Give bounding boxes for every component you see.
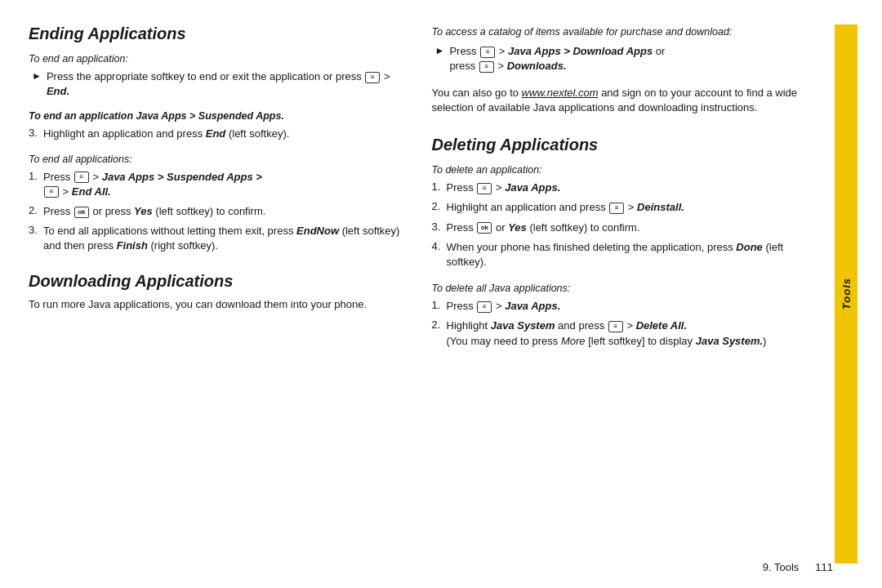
footer-page: 111 bbox=[815, 561, 833, 573]
bullet-download-text: Press ≡ > Java Apps > Download Apps or p… bbox=[449, 44, 810, 74]
list-num: 3. bbox=[29, 127, 43, 139]
list-item: 2. Highlight Java System and press ≡ > D… bbox=[432, 318, 811, 348]
ok-icon-1: ok bbox=[74, 207, 89, 218]
menu-icon-1: ≡ bbox=[365, 72, 380, 83]
nextel-url: www.nextel.com bbox=[522, 87, 599, 99]
menu-icon-5: ≡ bbox=[479, 61, 494, 73]
bullet-arrow-icon: ► bbox=[32, 70, 42, 82]
nextel-para: You can also go to www.nextel.com and si… bbox=[432, 86, 811, 117]
list-num: 2. bbox=[432, 200, 447, 212]
list-text: Press ≡ > Java Apps. bbox=[447, 299, 811, 314]
list-num: 1. bbox=[29, 170, 43, 182]
list-item: 3. Press ok or Yes (left softkey) to con… bbox=[432, 220, 811, 235]
list-text: When your phone has finished deleting th… bbox=[447, 240, 811, 270]
list-item: 3. To end all applications without letti… bbox=[29, 224, 408, 253]
menu-icon-8: ≡ bbox=[477, 301, 492, 313]
bullet-download: ► Press ≡ > Java Apps > Download Apps or… bbox=[432, 44, 811, 74]
list-num: 3. bbox=[432, 220, 447, 233]
list-num: 4. bbox=[432, 240, 447, 252]
list-item: 1. Press ≡ > Java Apps. bbox=[432, 299, 811, 314]
menu-icon-6: ≡ bbox=[477, 183, 492, 194]
menu-icon-7: ≡ bbox=[609, 203, 624, 214]
menu-icon-2: ≡ bbox=[74, 172, 89, 183]
end-app-list: 3. Highlight an application and press En… bbox=[29, 127, 408, 146]
left-column: Ending Applications To end an applicatio… bbox=[29, 24, 408, 564]
tools-side-tab: Tools bbox=[835, 24, 858, 564]
list-num: 3. bbox=[29, 224, 43, 236]
list-num: 2. bbox=[432, 318, 447, 331]
menu-icon-4: ≡ bbox=[480, 47, 495, 58]
footer-chapter: 9. Tools bbox=[763, 561, 800, 573]
list-text: Press ok or press Yes (left softkey) to … bbox=[43, 204, 408, 219]
list-item: 4. When your phone has finished deleting… bbox=[432, 240, 811, 270]
list-item: 2. Press ok or press Yes (left softkey) … bbox=[29, 204, 408, 219]
subheading-end-all: To end all applications: bbox=[29, 154, 408, 165]
deleting-applications-title: Deleting Applications bbox=[432, 136, 811, 154]
list-text: Press ok or Yes (left softkey) to confir… bbox=[447, 220, 811, 235]
ending-applications-title: Ending Applications bbox=[29, 24, 408, 43]
end-all-list: 1. Press ≡ > Java Apps > Suspended Apps … bbox=[29, 170, 408, 259]
downloading-applications-title: Downloading Applications bbox=[29, 272, 408, 291]
access-catalog-heading: To access a catalog of items available f… bbox=[432, 24, 811, 39]
list-text: Highlight an application and press ≡ > D… bbox=[447, 200, 811, 215]
side-tab-label: Tools bbox=[840, 278, 853, 310]
list-num: 2. bbox=[29, 204, 43, 216]
menu-icon-3: ≡ bbox=[44, 186, 59, 198]
right-column: To access a catalog of items available f… bbox=[432, 24, 811, 564]
bullet-arrow-icon-2: ► bbox=[435, 45, 445, 56]
ok-icon-2: ok bbox=[477, 222, 492, 234]
delete-all-java-list: 1. Press ≡ > Java Apps. 2. Highlight Jav… bbox=[432, 299, 811, 354]
delete-app-list: 1. Press ≡ > Java Apps. 2. Highlight an … bbox=[432, 180, 811, 274]
list-text: Press ≡ > Java Apps > Suspended Apps > ≡… bbox=[43, 170, 408, 199]
list-item: 3. Highlight an application and press En… bbox=[29, 127, 408, 141]
list-text: To end all applications without letting … bbox=[43, 224, 408, 253]
list-item: 2. Highlight an application and press ≡ … bbox=[432, 200, 811, 215]
subheading-java-suspended: To end an application Java Apps > Suspen… bbox=[29, 110, 408, 122]
subheading-delete-all-java: To delete all Java applications: bbox=[432, 283, 811, 294]
list-num: 1. bbox=[432, 299, 447, 311]
page-footer: 9. Tools 111 bbox=[763, 561, 833, 573]
list-text: Press ≡ > Java Apps. bbox=[447, 180, 811, 195]
bullet-end-softkey-text: Press the appropriate softkey to end or … bbox=[47, 69, 408, 99]
list-item: 1. Press ≡ > Java Apps > Suspended Apps … bbox=[29, 170, 408, 199]
subheading-delete-app: To delete an application: bbox=[432, 164, 811, 176]
list-item: 1. Press ≡ > Java Apps. bbox=[432, 180, 811, 195]
downloading-para: To run more Java applications, you can d… bbox=[29, 297, 408, 313]
list-text: Highlight an application and press End (… bbox=[43, 127, 408, 141]
menu-icon-9: ≡ bbox=[608, 321, 623, 332]
bullet-end-softkey: ► Press the appropriate softkey to end o… bbox=[29, 69, 408, 99]
subheading-end-app: To end an application: bbox=[29, 53, 408, 65]
list-text: Highlight Java System and press ≡ > Dele… bbox=[447, 318, 811, 348]
list-num: 1. bbox=[432, 180, 447, 193]
